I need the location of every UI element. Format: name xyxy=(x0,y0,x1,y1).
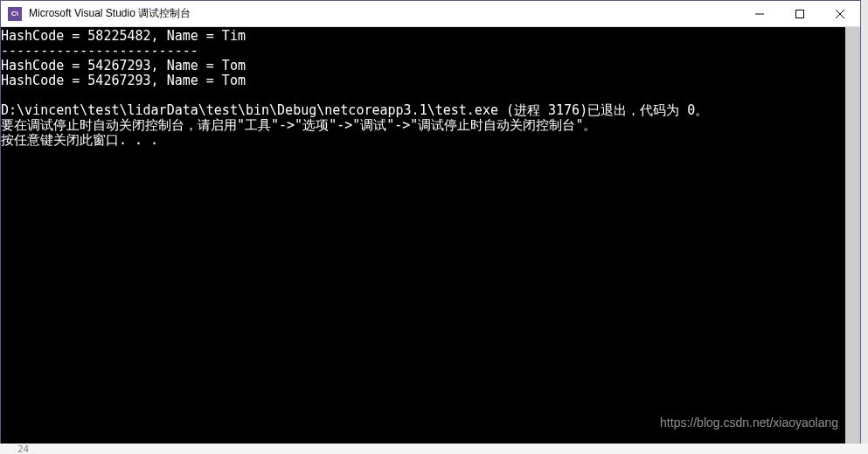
scrollbar-thumb[interactable] xyxy=(845,27,860,445)
close-icon xyxy=(836,10,844,18)
vertical-scrollbar[interactable] xyxy=(845,27,860,445)
window-title: Microsoft Visual Studio 调试控制台 xyxy=(29,6,740,21)
line-number: 24 xyxy=(17,444,29,454)
titlebar[interactable]: C\ Microsoft Visual Studio 调试控制台 xyxy=(1,1,860,27)
console-output[interactable]: HashCode = 58225482, Name = Tim --------… xyxy=(1,27,845,445)
svg-rect-1 xyxy=(796,10,804,17)
console-window: C\ Microsoft Visual Studio 调试控制台 HashCod… xyxy=(0,0,861,446)
window-controls xyxy=(740,1,860,26)
minimize-button[interactable] xyxy=(740,1,780,26)
app-icon-text: C\ xyxy=(11,10,18,17)
close-button[interactable] xyxy=(820,1,860,26)
maximize-icon xyxy=(795,10,804,18)
minimize-icon xyxy=(755,10,764,18)
background-editor-strip: 24 xyxy=(0,444,868,454)
console-area: HashCode = 58225482, Name = Tim --------… xyxy=(1,27,860,445)
maximize-button[interactable] xyxy=(780,1,820,26)
app-icon: C\ xyxy=(8,7,22,21)
